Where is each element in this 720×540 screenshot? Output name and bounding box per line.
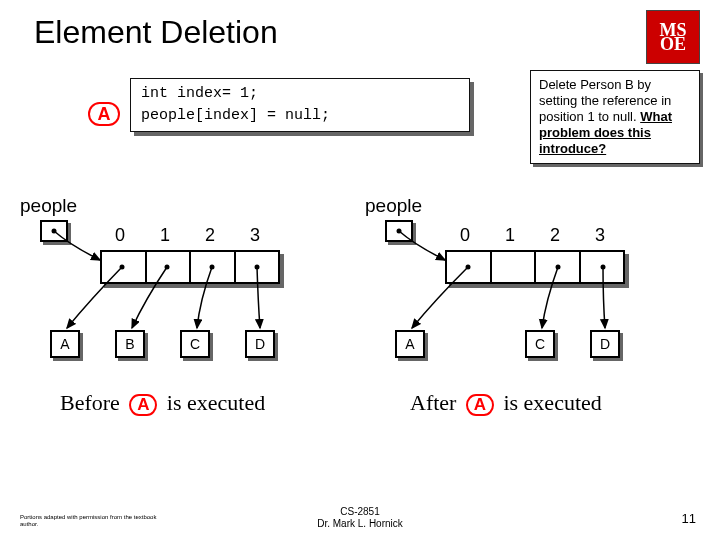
- array-box-left: [100, 250, 280, 284]
- caption-exec-right: is executed: [503, 390, 601, 415]
- marker-a-inline-right: A: [466, 394, 494, 416]
- marker-a-inline-left: A: [129, 394, 157, 416]
- cell: [191, 252, 236, 282]
- idx-right-2: 2: [535, 225, 575, 246]
- people-var-right: [385, 220, 413, 242]
- obj-right-c: C: [525, 330, 555, 358]
- page-number: 11: [682, 511, 696, 526]
- cell: [147, 252, 192, 282]
- caption-after-word: After: [410, 390, 456, 415]
- cell: [236, 252, 279, 282]
- obj-left-b: B: [115, 330, 145, 358]
- footer-author: Dr. Mark L. Hornick: [0, 518, 720, 530]
- people-label-right: people: [365, 195, 422, 217]
- caption-after: After A is executed: [410, 390, 602, 416]
- people-var-left: [40, 220, 68, 242]
- note-box: Delete Person B by setting the reference…: [530, 70, 700, 164]
- obj-right-d: D: [590, 330, 620, 358]
- obj-right-a: A: [395, 330, 425, 358]
- slide-title: Element Deletion: [0, 0, 720, 51]
- code-line-1: int index= 1;: [141, 83, 459, 105]
- obj-left-a: A: [50, 330, 80, 358]
- footer-center: CS-2851 Dr. Mark L. Hornick: [0, 506, 720, 530]
- idx-right-3: 3: [580, 225, 620, 246]
- cell: [102, 252, 147, 282]
- obj-left-c: C: [180, 330, 210, 358]
- idx-left-0: 0: [100, 225, 140, 246]
- cell: [581, 252, 624, 282]
- obj-left-d: D: [245, 330, 275, 358]
- logo: MSOE: [646, 10, 700, 64]
- idx-left-3: 3: [235, 225, 275, 246]
- caption-before-word: Before: [60, 390, 120, 415]
- code-box: int index= 1; people[index] = null;: [130, 78, 470, 132]
- idx-right-0: 0: [445, 225, 485, 246]
- cell: [492, 252, 537, 282]
- caption-exec-left: is executed: [167, 390, 265, 415]
- cell: [536, 252, 581, 282]
- idx-left-2: 2: [190, 225, 230, 246]
- code-line-2: people[index] = null;: [141, 105, 459, 127]
- people-label-left: people: [20, 195, 77, 217]
- array-box-right: [445, 250, 625, 284]
- diagram-area: people 0 1 2 3 A B C D Before A is execu…: [0, 195, 720, 475]
- logo-text: MSOE: [660, 23, 687, 51]
- idx-right-1: 1: [490, 225, 530, 246]
- caption-before: Before A is executed: [60, 390, 265, 416]
- cell: [447, 252, 492, 282]
- footer-course: CS-2851: [0, 506, 720, 518]
- marker-a-code: A: [88, 102, 120, 126]
- idx-left-1: 1: [145, 225, 185, 246]
